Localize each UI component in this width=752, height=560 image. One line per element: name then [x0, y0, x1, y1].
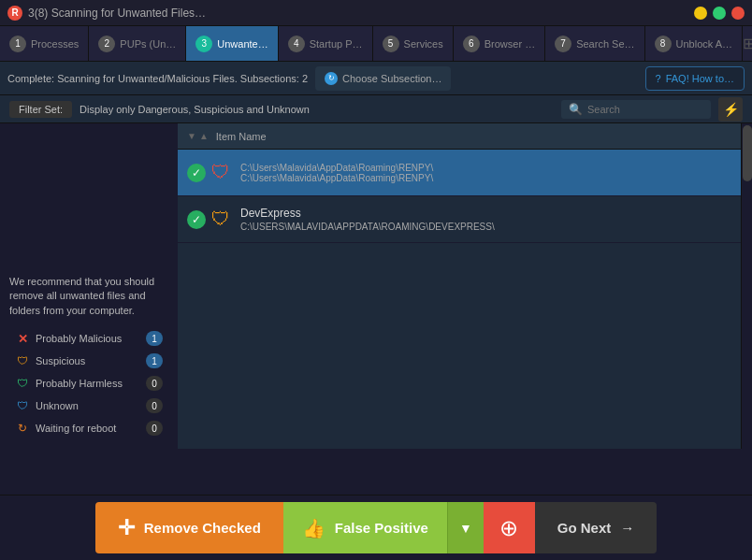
next-label: Go Next: [557, 520, 612, 536]
checkbox-checked-icon: ✓: [187, 210, 206, 229]
maximize-button[interactable]: [713, 7, 726, 20]
row-path-2: C:\Users\Malavida\AppData\Roaming\RENPY\: [240, 173, 743, 183]
stat-suspicious[interactable]: 🛡 Suspicious 1: [9, 350, 168, 372]
shield-suspicious-icon: 🛡: [210, 209, 231, 230]
checkbox-checked-icon: ✓: [187, 164, 206, 182]
sidebar-message: We recommend that you should remove all …: [9, 275, 168, 318]
minimize-button[interactable]: [694, 7, 707, 20]
remove-checked-button[interactable]: ✛ Remove Checked: [95, 502, 283, 553]
stat-count-suspicious: 1: [146, 353, 163, 368]
x-icon: ✕: [15, 331, 30, 346]
shield-malicious-icon: 🛡: [210, 163, 231, 183]
title-bar-text: 3(8) Scanning for Unwanted Files…: [28, 7, 694, 20]
shield-unknown-icon: 🛡: [15, 398, 30, 413]
refresh-icon: ↻: [325, 72, 338, 85]
stat-label-reboot: Waiting for reboot: [36, 423, 146, 434]
search-input[interactable]: [587, 104, 700, 115]
stat-label-malicious: Probably Malicious: [36, 333, 146, 344]
question-icon: ?: [656, 73, 661, 84]
step-1[interactable]: 1 Processes: [0, 26, 89, 61]
stat-list: ✕ Probably Malicious 1 🛡 Suspicious 1 🛡 …: [9, 327, 168, 439]
step-5[interactable]: 5 Services: [373, 26, 454, 61]
row-info: DevExpress C:\USERS\MALAVIDA\APPDATA\ROA…: [240, 207, 743, 232]
table-area: ▼ ▲ Item Name ✓ 🛡 C:\Users\Malavida\AppD…: [178, 123, 752, 449]
close-button[interactable]: [731, 7, 745, 20]
spin-icon: ↻: [15, 421, 30, 436]
row-path-1: C:\USERS\MALAVIDA\APPDATA\ROAMING\DEVEXP…: [240, 222, 743, 232]
next-button[interactable]: Go Next →: [535, 502, 658, 553]
false-positive-button[interactable]: 👍 False Positive: [283, 502, 447, 553]
thumbs-up-icon: 👍: [302, 517, 325, 539]
remove-label: Remove Checked: [144, 520, 261, 536]
title-bar: R 3(8) Scanning for Unwanted Files…: [0, 0, 752, 26]
row-check-icons: ✓ 🛡: [187, 209, 231, 230]
sort-controls: ▼ ▲: [187, 131, 209, 141]
shield-suspicious-icon: 🛡: [15, 353, 30, 368]
sidebar: We recommend that you should remove all …: [0, 123, 178, 449]
stat-count-harmless: 0: [146, 376, 163, 391]
false-positive-label: False Positive: [335, 520, 428, 536]
status-text: Complete: Scanning for Unwanted/Maliciou…: [7, 73, 308, 84]
false-positive-dropdown-button[interactable]: ▼: [447, 502, 484, 553]
search-icon: 🔍: [569, 103, 583, 116]
stat-label-suspicious: Suspicious: [36, 355, 146, 366]
remove-icon: ✛: [118, 516, 135, 540]
table-row[interactable]: ✓ 🛡 DevExpress C:\USERS\MALAVIDA\APPDATA…: [178, 196, 752, 243]
faq-label: FAQ! How to…: [666, 73, 734, 84]
faq-tab[interactable]: ? FAQ! How to…: [645, 66, 745, 91]
false-positive-group: 👍 False Positive ▼: [283, 502, 484, 553]
stat-waiting-reboot[interactable]: ↻ Waiting for reboot 0: [9, 417, 168, 439]
main-content: We recommend that you should remove all …: [0, 123, 752, 449]
choose-subsection-label: Choose Subsection…: [342, 73, 441, 84]
next-arrow-icon: →: [620, 520, 634, 536]
bottom-bar: ✛ Remove Checked 👍 False Positive ▼ ⊕ Go…: [0, 495, 752, 560]
stat-count-reboot: 0: [146, 421, 163, 436]
row-path-1: C:\Users\Malavida\AppData\Roaming\RENPY\: [240, 163, 743, 173]
step-navigation: 1 Processes 2 PUPs (Un… 3 Unwante… 4 Sta…: [0, 26, 752, 62]
row-check-icons: ✓ 🛡: [187, 163, 231, 183]
shield-harmless-icon: 🛡: [15, 376, 30, 391]
table-header: ▼ ▲ Item Name: [178, 123, 752, 150]
step-7[interactable]: 7 Search Se…: [545, 26, 644, 61]
grid-icon: ⊞: [743, 35, 752, 52]
filter-description: Display only Dangerous, Suspicious and U…: [80, 104, 310, 115]
lifebuoy-icon: ⊕: [499, 515, 518, 541]
stat-count-malicious: 1: [146, 331, 163, 346]
stat-label-unknown: Unknown: [36, 400, 146, 411]
filter-bar: Filter Set: Display only Dangerous, Susp…: [0, 95, 752, 123]
filter-set-label: Filter Set:: [9, 101, 72, 118]
choose-subsection-tab[interactable]: ↻ Choose Subsection…: [315, 66, 451, 91]
step-8[interactable]: 8 Unblock A…: [645, 26, 744, 61]
sub-bar: Complete: Scanning for Unwanted/Maliciou…: [0, 62, 752, 95]
stat-unknown[interactable]: 🛡 Unknown 0: [9, 395, 168, 417]
scrollbar[interactable]: [741, 123, 752, 449]
window-controls: [694, 7, 745, 20]
stat-probably-malicious[interactable]: ✕ Probably Malicious 1: [9, 327, 168, 350]
app-icon: R: [7, 6, 22, 21]
table-row[interactable]: ✓ 🛡 C:\Users\Malavida\AppData\Roaming\RE…: [178, 150, 752, 196]
row-title: DevExpress: [240, 207, 743, 220]
stat-count-unknown: 0: [146, 398, 163, 413]
step-4[interactable]: 4 Startup P…: [279, 26, 373, 61]
stat-probably-harmless[interactable]: 🛡 Probably Harmless 0: [9, 372, 168, 395]
row-info: C:\Users\Malavida\AppData\Roaming\RENPY\…: [240, 163, 743, 183]
stat-label-harmless: Probably Harmless: [36, 378, 146, 389]
help-button[interactable]: ⊕: [484, 502, 535, 553]
step-2[interactable]: 2 PUPs (Un…: [89, 26, 186, 61]
chevron-down-icon: ▼: [459, 521, 472, 536]
search-box[interactable]: 🔍: [561, 100, 711, 119]
step-6[interactable]: 6 Browser …: [454, 26, 545, 61]
scrollbar-thumb[interactable]: [743, 125, 752, 181]
step-3[interactable]: 3 Unwante…: [186, 26, 278, 61]
column-item-name: Item Name: [216, 131, 267, 142]
lightning-button[interactable]: ⚡: [718, 97, 743, 122]
arrow-up[interactable]: ▲: [199, 131, 209, 141]
arrow-down[interactable]: ▼: [187, 131, 196, 141]
